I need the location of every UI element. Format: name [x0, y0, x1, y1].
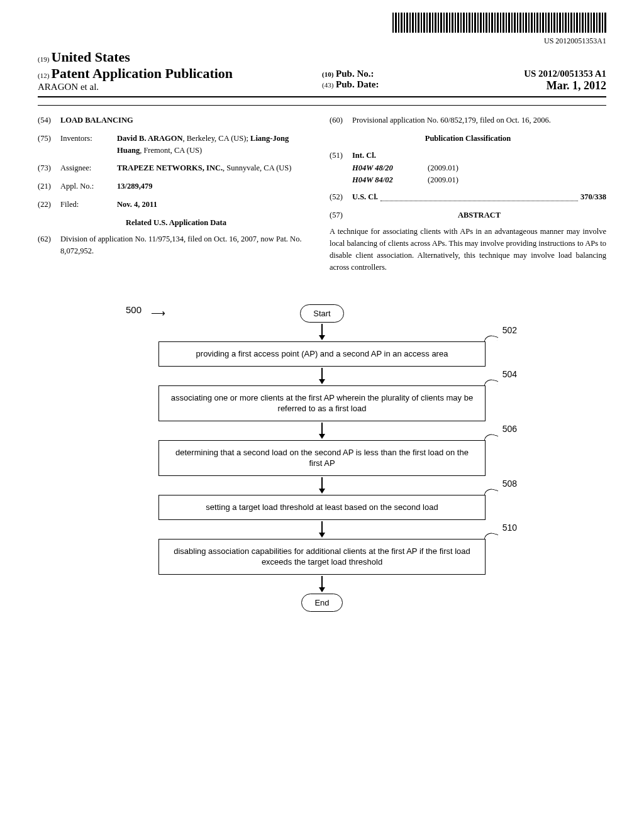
publication-header: (19) United States (12) Patent Applicati… [38, 49, 606, 97]
inventor-2-location: , Fremont, CA (US) [140, 146, 202, 155]
flowchart-arrow [319, 576, 325, 592]
division-text: Division of application No. 11/975,134, … [60, 233, 314, 257]
step-box: providing a first access point (AP) and … [158, 341, 486, 367]
flowchart-arrow [319, 521, 325, 538]
country: United States [52, 49, 130, 65]
intcl-2-code: H04W 84/02 [352, 174, 428, 186]
flowchart-arrow [319, 324, 325, 340]
intcl-2-version: (2009.01) [428, 174, 458, 186]
code-19: (19) [38, 55, 49, 63]
left-column: (54) LOAD BALANCING (75) Inventors: Davi… [38, 114, 314, 273]
flowchart-step-510: 510 disabling association capabilities f… [158, 539, 486, 575]
code-54: (54) [38, 114, 60, 126]
figure-ref-number: 500 [126, 304, 142, 315]
flowchart-arrow [319, 423, 325, 439]
code-73: (73) [38, 162, 60, 174]
code-51: (51) [330, 150, 352, 162]
assignee-value: TRAPEZE NETWORKS, INC., Sunnyvale, CA (U… [117, 162, 314, 174]
step-number: 510 [502, 523, 517, 533]
barcode-graphic [392, 13, 606, 33]
uscl-leader-dots [380, 191, 578, 201]
intcl-1-code: H04W 48/20 [352, 162, 428, 174]
code-21: (21) [38, 180, 60, 192]
code-57: (57) [330, 209, 352, 221]
step-number: 506 [502, 424, 517, 434]
flowchart-arrow [319, 477, 325, 494]
code-75: (75) [38, 133, 60, 157]
barcode-area: US 20120051353A1 [38, 13, 606, 46]
code-12: (12) [38, 72, 49, 79]
flowchart-step-506: 506 determining that a second load on th… [158, 440, 486, 476]
code-22: (22) [38, 199, 60, 211]
flowchart-arrow [319, 368, 325, 384]
assignee-location: , Sunnyvale, CA (US) [223, 163, 291, 172]
step-box: associating one or more clients at the f… [158, 385, 486, 421]
code-62: (62) [38, 233, 60, 257]
flowchart-step-502: 502 providing a first access point (AP) … [158, 341, 486, 367]
flowchart-end: End [301, 594, 342, 612]
uscl-label: U.S. Cl. [352, 191, 378, 203]
right-column: (60) Provisional application No. 60/852,… [330, 114, 606, 273]
bibliographic-columns: (54) LOAD BALANCING (75) Inventors: Davi… [38, 114, 606, 273]
abstract-label: ABSTRACT [352, 209, 606, 221]
assignee-label: Assignee: [60, 162, 117, 174]
inventor-1-location: , Berkeley, CA (US); [183, 134, 251, 143]
pub-date-value: Mar. 1, 2012 [547, 79, 606, 92]
header-divider [38, 105, 606, 106]
assignee-name: TRAPEZE NETWORKS, INC. [117, 163, 223, 172]
step-box: disabling association capabilities for a… [158, 539, 486, 575]
intcl-label: Int. Cl. [352, 150, 376, 162]
filed-label: Filed: [60, 199, 117, 211]
figure-ref-arrow: ⟶ [151, 307, 165, 319]
code-43: (43) [322, 81, 333, 89]
related-app-title: Related U.S. Application Data [38, 217, 314, 229]
flowchart-step-508: 508 setting a target load threshold at l… [158, 495, 486, 520]
code-60: (60) [330, 114, 352, 126]
flowchart-start: Start [300, 304, 343, 323]
step-number: 502 [502, 325, 517, 335]
uscl-value: 370/338 [580, 191, 606, 203]
appl-no-value: 13/289,479 [117, 180, 314, 192]
inventors-value: David B. ARAGON, Berkeley, CA (US); Lian… [117, 133, 314, 157]
document-type: Patent Application Publication [52, 65, 233, 81]
step-box: setting a target load threshold at least… [158, 495, 486, 520]
intcl-1-version: (2009.01) [428, 162, 458, 174]
flowchart: Start 502 providing a first access point… [38, 304, 606, 611]
barcode-label: US 20120051353A1 [38, 36, 606, 46]
flowchart-step-504: 504 associating one or more clients at t… [158, 385, 486, 421]
figure-area: 500 ⟶ Start 502 providing a first access… [38, 304, 606, 611]
provisional-text: Provisional application No. 60/852,179, … [352, 114, 606, 126]
pub-date-label: Pub. Date: [336, 79, 379, 89]
inventors-label: Inventors: [60, 133, 117, 157]
filed-value: Nov. 4, 2011 [117, 199, 314, 211]
code-10: (10) [322, 70, 333, 78]
step-number: 504 [502, 369, 517, 379]
pub-no-value: US 2012/0051353 A1 [524, 69, 606, 79]
invention-title: LOAD BALANCING [60, 114, 133, 126]
code-52: (52) [330, 191, 352, 203]
author-names: ARAGON et al. [38, 82, 322, 92]
inventor-1-name: David B. ARAGON [117, 134, 183, 143]
step-number: 508 [502, 479, 517, 489]
step-box: determining that a second load on the se… [158, 440, 486, 476]
classification-title: Publication Classification [330, 133, 606, 145]
appl-no-label: Appl. No.: [60, 180, 117, 192]
pub-no-label: Pub. No.: [336, 69, 374, 79]
abstract-text: A technique for associating clients with… [330, 226, 606, 273]
